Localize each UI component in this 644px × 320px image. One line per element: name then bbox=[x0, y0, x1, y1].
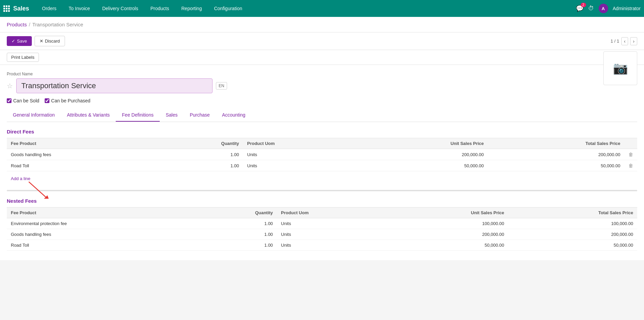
product-flags: Can be Sold Can be Purchased bbox=[7, 98, 637, 103]
direct-fee-product-1[interactable]: Road Toll bbox=[7, 160, 161, 171]
nested-fee-row-2: Road Toll 1.00 Units 50,000.00 50,000.00 bbox=[7, 240, 637, 251]
direct-fee-qty-1: 1.00 bbox=[161, 160, 243, 171]
breadcrumb-parent[interactable]: Products bbox=[7, 22, 27, 27]
direct-fee-row-0: Goods handling fees 1.00 Units 200,000.0… bbox=[7, 149, 637, 160]
print-labels-button[interactable]: Print Labels bbox=[7, 53, 39, 62]
tab-accounting[interactable]: Accounting bbox=[216, 109, 251, 122]
nested-fee-product-1[interactable]: Goods handling fees bbox=[7, 229, 199, 240]
can-be-purchased-checkbox[interactable]: Can be Purchased bbox=[45, 98, 90, 103]
can-be-sold-checkbox[interactable]: Can be Sold bbox=[7, 98, 39, 103]
nested-fees-table: Fee Product Quantity Product Uom Unit Sa… bbox=[7, 207, 637, 251]
nested-fee-qty-1: 1.00 bbox=[199, 229, 277, 240]
product-name-label: Product Name bbox=[7, 72, 637, 76]
app-brand[interactable]: Sales bbox=[13, 5, 29, 12]
direct-fee-delete-0[interactable]: 🗑 bbox=[624, 149, 637, 160]
tab-general-information[interactable]: General Information bbox=[7, 109, 61, 122]
camera-icon: 📷 bbox=[613, 61, 628, 75]
direct-fee-row-1: Road Toll 1.00 Units 50,000.00 50,000.00… bbox=[7, 160, 637, 171]
nested-fee-qty-0: 1.00 bbox=[199, 218, 277, 229]
col-quantity-direct: Quantity bbox=[161, 138, 243, 149]
direct-fee-total-price-0: 200,000.00 bbox=[488, 149, 624, 160]
nav-menu: Orders To Invoice Delivery Controls Prod… bbox=[36, 0, 576, 17]
col-quantity-nested: Quantity bbox=[199, 207, 277, 218]
product-image-placeholder[interactable]: 📷 bbox=[603, 51, 637, 85]
nested-fees-section: Nested Fees Fee Product Quantity Product… bbox=[7, 198, 637, 251]
language-badge[interactable]: EN bbox=[216, 82, 227, 90]
direct-fees-table: Fee Product Quantity Product Uom Unit Sa… bbox=[7, 138, 637, 171]
discard-button[interactable]: ✕ Discard bbox=[35, 36, 65, 46]
direct-fee-uom-0: Units bbox=[243, 149, 356, 160]
scroll-divider bbox=[7, 190, 637, 191]
nav-delivery-controls[interactable]: Delivery Controls bbox=[96, 0, 145, 17]
save-button[interactable]: ✓ Save bbox=[7, 36, 32, 46]
nested-fee-unit-price-2: 50,000.00 bbox=[384, 240, 508, 251]
nested-fee-uom-0: Units bbox=[277, 218, 384, 229]
col-unit-price-nested: Unit Sales Price bbox=[384, 207, 508, 218]
nested-fee-uom-1: Units bbox=[277, 229, 384, 240]
nested-fees-title: Nested Fees bbox=[7, 198, 637, 204]
nav-reporting[interactable]: Reporting bbox=[175, 0, 208, 17]
secondary-bar: Print Labels bbox=[0, 50, 644, 65]
direct-fee-delete-1[interactable]: 🗑 bbox=[624, 160, 637, 171]
top-navigation: Sales Orders To Invoice Delivery Control… bbox=[0, 0, 644, 17]
nested-fee-unit-price-0: 100,000.00 bbox=[384, 218, 508, 229]
product-name-row: ☆ EN bbox=[7, 78, 603, 93]
direct-fee-unit-price-0: 200,000.00 bbox=[356, 149, 488, 160]
clock-icon[interactable]: ⏱ bbox=[588, 5, 594, 12]
action-bar: ✓ Save ✕ Discard 1 / 1 ‹ › bbox=[0, 32, 644, 50]
tab-sales[interactable]: Sales bbox=[160, 109, 184, 122]
direct-fee-qty-0: 1.00 bbox=[161, 149, 243, 160]
nested-fee-unit-price-1: 200,000.00 bbox=[384, 229, 508, 240]
next-record-button[interactable]: › bbox=[630, 37, 637, 45]
nested-fee-total-price-1: 200,000.00 bbox=[508, 229, 637, 240]
nested-fee-total-price-2: 50,000.00 bbox=[508, 240, 637, 251]
col-uom-direct: Product Uom bbox=[243, 138, 356, 149]
nested-fee-product-2[interactable]: Road Toll bbox=[7, 240, 199, 251]
nav-to-invoice[interactable]: To Invoice bbox=[63, 0, 96, 17]
breadcrumb: Products / Transportation Service bbox=[0, 17, 644, 32]
record-navigation: 1 / 1 ‹ › bbox=[610, 37, 637, 45]
tab-attributes-variants[interactable]: Attributes & Variants bbox=[61, 109, 116, 122]
record-count: 1 / 1 bbox=[610, 39, 619, 44]
product-tabs: General Information Attributes & Variant… bbox=[7, 109, 637, 122]
nested-fee-qty-2: 1.00 bbox=[199, 240, 277, 251]
tab-fee-definitions[interactable]: Fee Definitions bbox=[116, 109, 159, 122]
direct-fee-product-0[interactable]: Goods handling fees bbox=[7, 149, 161, 160]
favorite-star-icon[interactable]: ☆ bbox=[7, 82, 13, 90]
notifications-button[interactable]: 💬 2 bbox=[576, 5, 583, 12]
col-fee-product-nested: Fee Product bbox=[7, 207, 199, 218]
product-name-input[interactable] bbox=[16, 78, 213, 93]
direct-fees-title: Direct Fees bbox=[7, 129, 637, 134]
breadcrumb-separator: / bbox=[29, 22, 30, 27]
nested-fee-uom-2: Units bbox=[277, 240, 384, 251]
direct-fee-unit-price-1: 50,000.00 bbox=[356, 160, 488, 171]
nav-orders[interactable]: Orders bbox=[36, 0, 63, 17]
delete-direct-fee-1-button[interactable]: 🗑 bbox=[628, 163, 633, 168]
col-unit-price-direct: Unit Sales Price bbox=[356, 138, 488, 149]
nav-configuration[interactable]: Configuration bbox=[208, 0, 248, 17]
nested-fee-product-0[interactable]: Environmental protection fee bbox=[7, 218, 199, 229]
grid-icon bbox=[3, 5, 10, 12]
col-fee-product-direct: Fee Product bbox=[7, 138, 161, 149]
topnav-right: 💬 2 ⏱ A Administrator bbox=[576, 4, 641, 13]
delete-direct-fee-0-button[interactable]: 🗑 bbox=[628, 152, 633, 157]
nav-products[interactable]: Products bbox=[144, 0, 175, 17]
main-content: Product Name 📷 ☆ EN Can be Sold Can be P… bbox=[0, 65, 644, 260]
col-uom-nested: Product Uom bbox=[277, 207, 384, 218]
add-direct-fee-link[interactable]: Add a line bbox=[7, 174, 35, 183]
checkmark-icon: ✓ bbox=[12, 39, 15, 44]
breadcrumb-current: Transportation Service bbox=[32, 22, 83, 27]
col-total-price-direct: Total Sales Price bbox=[488, 138, 624, 149]
direct-fees-section: Direct Fees Fee Product Quantity Product… bbox=[7, 129, 637, 191]
x-icon: ✕ bbox=[40, 39, 43, 44]
user-name[interactable]: Administrator bbox=[613, 6, 641, 11]
direct-fee-uom-1: Units bbox=[243, 160, 356, 171]
nested-fee-row-0: Environmental protection fee 1.00 Units … bbox=[7, 218, 637, 229]
tab-purchase[interactable]: Purchase bbox=[184, 109, 216, 122]
nested-fee-total-price-0: 100,000.00 bbox=[508, 218, 637, 229]
col-total-price-nested: Total Sales Price bbox=[508, 207, 637, 218]
direct-fee-total-price-1: 50,000.00 bbox=[488, 160, 624, 171]
col-actions-direct bbox=[624, 138, 637, 149]
grid-menu-button[interactable] bbox=[3, 5, 10, 12]
prev-record-button[interactable]: ‹ bbox=[621, 37, 628, 45]
